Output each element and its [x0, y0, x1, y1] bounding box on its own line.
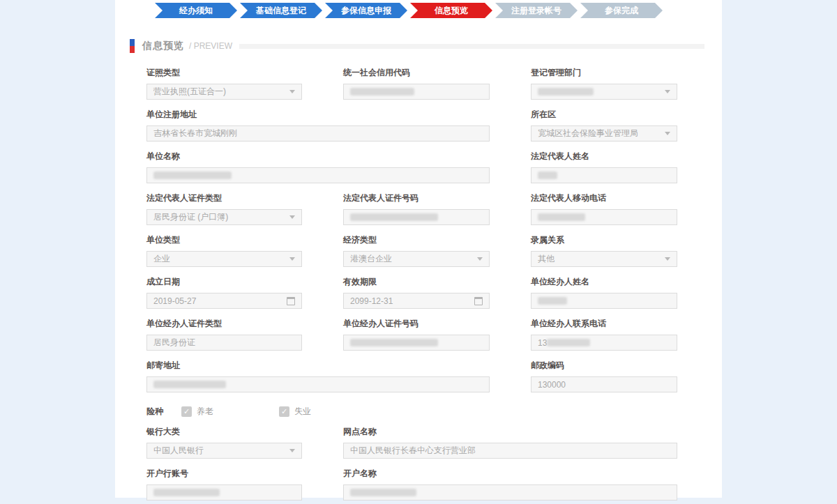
field-label: 单位经办人证件号码	[343, 318, 490, 330]
field-label: 单位注册地址	[146, 109, 490, 121]
insurance-option-unemployment: ✓ 失业	[279, 406, 311, 418]
field-label: 单位经办人证件类型	[146, 318, 302, 330]
chevron-down-icon	[665, 132, 670, 135]
legal-name-input[interactable]	[531, 167, 677, 183]
field-label: 登记管理部门	[531, 67, 677, 79]
preview-form: 证照类型 营业执照(五证合一) 统一社会信用代码 登记管理部门 单位注册地址 吉…	[146, 67, 678, 504]
legal-cert-no-input[interactable]	[343, 209, 490, 225]
account-no-input[interactable]	[146, 484, 302, 501]
field-account-no: 开户行账号	[146, 468, 302, 501]
insurance-option-pension: ✓ 养老	[181, 406, 213, 418]
establish-date-input[interactable]: 2019-05-27	[146, 293, 302, 309]
content-card: 经办须知 基础信息登记 参保信息申报 信息预览 注册登录帐号 参保完成 信息预览…	[115, 0, 722, 498]
pension-checkbox[interactable]: ✓	[181, 406, 192, 417]
affiliation-select[interactable]: 其他	[531, 251, 677, 267]
field-label: 开户行账号	[146, 468, 302, 480]
field-legal-cert-no: 法定代表人证件号码	[343, 192, 490, 225]
reg-dept-select[interactable]	[531, 84, 677, 100]
field-establish-date: 成立日期 2019-05-27	[146, 276, 302, 309]
step-declaration[interactable]: 参保信息申报	[325, 3, 407, 18]
redacted-value	[350, 213, 438, 221]
field-label: 法定代表人移动电话	[531, 192, 677, 204]
field-label: 单位经办人联系电话	[531, 318, 677, 330]
field-label: 录属关系	[531, 234, 677, 246]
valid-until-input[interactable]: 2099-12-31	[343, 293, 490, 309]
redacted-value	[350, 339, 438, 346]
chevron-down-icon	[665, 257, 670, 261]
chevron-down-icon	[477, 257, 483, 261]
field-agent-cert-type: 单位经办人证件类型 居民身份证	[146, 318, 302, 351]
field-district: 所在区 宽城区社会保险事业管理局	[531, 109, 677, 142]
license-type-select[interactable]: 营业执照(五证合一)	[146, 84, 302, 100]
field-agent-name: 单位经办人姓名	[531, 276, 677, 309]
unemployment-checkbox[interactable]: ✓	[279, 406, 289, 417]
chevron-down-icon	[665, 90, 670, 93]
field-bank-category: 银行大类 中国人民银行	[146, 426, 302, 459]
insurance-label: 险种	[146, 406, 163, 418]
field-economy-type: 经济类型 港澳台企业	[343, 234, 490, 267]
field-credit-code: 统一社会信用代码	[343, 67, 490, 100]
legal-cert-type-select[interactable]: 居民身份证 (户口簿)	[146, 209, 302, 225]
section-subtitle: / PREVIEW	[189, 41, 232, 51]
legal-mobile-input[interactable]	[531, 209, 677, 225]
field-affiliation: 录属关系 其他	[531, 234, 677, 267]
chevron-down-icon	[289, 215, 295, 219]
district-select[interactable]: 宽城区社会保险事业管理局	[531, 125, 677, 142]
unit-name-input[interactable]	[146, 167, 490, 183]
field-label: 单位类型	[146, 234, 302, 246]
field-label: 法定代表人证件类型	[146, 192, 302, 204]
agent-name-input[interactable]	[531, 293, 677, 309]
field-legal-cert-type: 法定代表人证件类型 居民身份证 (户口簿)	[146, 192, 302, 225]
chevron-down-icon	[289, 90, 295, 93]
field-label: 邮政编码	[531, 360, 677, 372]
field-label: 所在区	[531, 109, 677, 121]
redacted-value	[547, 339, 590, 346]
redacted-value	[538, 171, 557, 179]
section-accent-bar	[130, 39, 135, 53]
reg-address-input[interactable]: 吉林省长春市宽城刚刚	[146, 125, 490, 142]
field-unit-type: 单位类型 企业	[146, 234, 302, 267]
mail-address-input[interactable]	[146, 376, 490, 392]
field-label: 法定代表人姓名	[531, 151, 677, 162]
redacted-value	[538, 88, 594, 96]
field-unit-name: 单位名称	[146, 151, 490, 183]
unit-type-select[interactable]: 企业	[146, 251, 302, 267]
field-mail-address: 邮寄地址	[146, 360, 490, 392]
redacted-value	[538, 213, 585, 221]
field-branch-name: 网点名称 中国人民银行长春中心支行营业部	[343, 426, 677, 459]
agent-phone-input[interactable]: 13	[531, 335, 677, 351]
field-account-name: 开户名称	[343, 468, 677, 501]
field-label: 单位名称	[146, 151, 490, 162]
step-basic-info[interactable]: 基础信息登记	[240, 3, 322, 18]
step-preview[interactable]: 信息预览	[410, 3, 492, 18]
step-complete: 参保完成	[580, 3, 663, 18]
checkbox-label: 失业	[294, 406, 311, 418]
field-label: 网点名称	[343, 426, 677, 438]
field-label: 证照类型	[146, 67, 302, 79]
section-rule	[239, 44, 704, 49]
field-label: 银行大类	[146, 426, 302, 438]
bank-category-select[interactable]: 中国人民银行	[146, 443, 302, 459]
account-name-input[interactable]	[343, 484, 677, 501]
calendar-icon	[474, 297, 483, 305]
redacted-value	[153, 489, 220, 496]
redacted-value	[153, 381, 226, 388]
section-title: 信息预览	[142, 40, 184, 52]
economy-type-select[interactable]: 港澳台企业	[343, 251, 490, 267]
redacted-value	[538, 297, 567, 305]
field-reg-dept: 登记管理部门	[531, 67, 677, 100]
branch-name-input[interactable]: 中国人民银行长春中心支行营业部	[343, 443, 677, 459]
field-label: 有效期限	[343, 276, 490, 288]
agent-cert-type-input[interactable]: 居民身份证	[146, 335, 302, 351]
credit-code-input[interactable]	[343, 84, 490, 100]
postal-code-input[interactable]: 130000	[531, 376, 677, 392]
field-label: 单位经办人姓名	[531, 276, 677, 288]
field-postal-code: 邮政编码 130000	[531, 360, 677, 392]
field-reg-address: 单位注册地址 吉林省长春市宽城刚刚	[146, 109, 490, 142]
field-label: 经济类型	[343, 234, 490, 246]
step-guide[interactable]: 经办须知	[155, 3, 237, 18]
agent-cert-no-input[interactable]	[343, 335, 490, 351]
field-label: 统一社会信用代码	[343, 67, 490, 79]
field-label: 法定代表人证件号码	[343, 192, 490, 204]
insurance-row: 险种 ✓ 养老 ✓ 失业	[146, 406, 677, 418]
